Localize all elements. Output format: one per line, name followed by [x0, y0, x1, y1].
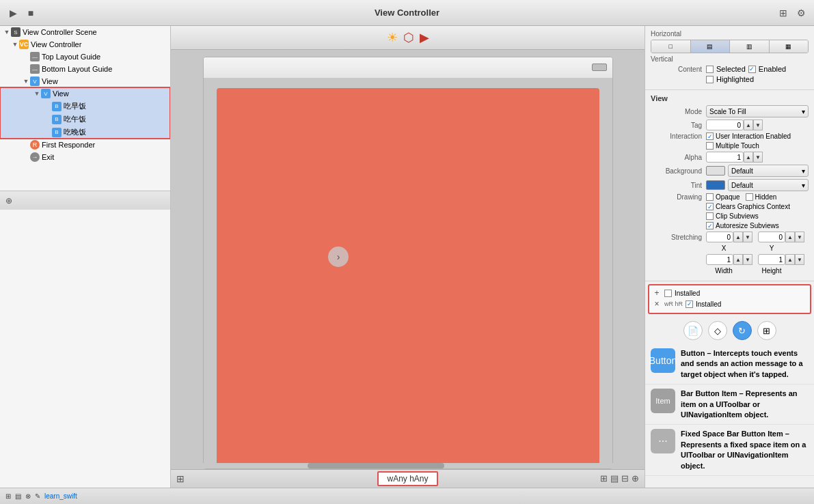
tree-item-view-root[interactable]: ▼ V View: [0, 75, 170, 87]
alpha-stepper-down[interactable]: ▼: [753, 152, 763, 163]
installed-1-label: Installed: [675, 290, 700, 297]
stretch-y-input[interactable]: [758, 232, 785, 242]
tree-item-top-layout[interactable]: — Top Layout Guide: [0, 51, 170, 63]
stretch-w-input[interactable]: [706, 254, 733, 265]
bottom-left-icons: ⊞: [176, 473, 185, 484]
seg-h-2[interactable]: ▤: [691, 40, 731, 53]
hidden-checkbox[interactable]: [746, 193, 753, 201]
stretch-x-up[interactable]: ▲: [733, 232, 743, 242]
bottom-icon-2[interactable]: ▤: [610, 473, 619, 484]
stretch-h-input[interactable]: [758, 254, 785, 265]
toolbar-icon-settings[interactable]: ⚙: [793, 5, 809, 20]
file-tree-sidebar: ▼ S View Controller Scene ▼ VC View Cont…: [0, 26, 171, 488]
lib-icon-file[interactable]: 📄: [683, 321, 703, 340]
tree-item-view-child[interactable]: ▼ V View: [0, 87, 170, 100]
tree-item-vc[interactable]: ▼ VC View Controller: [0, 38, 170, 51]
user-interaction-checkbox[interactable]: ✓: [706, 132, 714, 140]
bottom-icon-sidebar[interactable]: ⊞: [176, 473, 185, 484]
red-view[interactable]: [217, 88, 599, 469]
tree-item-first-responder[interactable]: R First Responder: [0, 139, 170, 151]
lib-item-bar-button-text: Bar Button Item – Represents an item on …: [681, 389, 809, 420]
canvas-icon-cube[interactable]: ⬡: [403, 30, 414, 45]
lib-icon-circle[interactable]: ↻: [733, 321, 752, 340]
stretch-x-down[interactable]: ▼: [743, 232, 752, 242]
bottom-icon-1[interactable]: ⊞: [600, 473, 608, 484]
stretching-wh-row: ▲ ▼ ▲ ▼: [651, 254, 809, 265]
canvas-scrollbar-h[interactable]: [171, 463, 645, 468]
library-icon-row: 📄 ◇ ↻ ⊞: [645, 317, 814, 344]
lib-item-bar-button-icon: Item: [651, 389, 675, 413]
lib-item-fixed-space[interactable]: ··· Fixed Space Bar Button Item – Repres…: [645, 425, 814, 476]
mode-dropdown[interactable]: Scale To Fill ▾: [706, 105, 809, 117]
toolbar-icon-play[interactable]: ▶: [5, 5, 21, 20]
bg-dropdown[interactable]: Default ▾: [728, 165, 809, 177]
bottom-right-icons: ⊞ ▤ ⊟ ⊕: [600, 473, 639, 484]
lib-icon-grid[interactable]: ⊞: [757, 321, 776, 340]
alpha-stepper-up[interactable]: ▲: [744, 152, 753, 163]
clip-checkbox[interactable]: [706, 212, 714, 220]
seg-h-1[interactable]: □: [651, 40, 691, 53]
tree-arrow-exit: [22, 153, 30, 161]
installed-add-button[interactable]: +: [652, 288, 662, 298]
toolbar-icon-grid[interactable]: ⊞: [776, 5, 791, 20]
bg-swatch[interactable]: [706, 166, 725, 176]
item2-icon: B: [52, 115, 62, 124]
breadcrumb-icon-4[interactable]: ✎: [35, 492, 40, 500]
bottom-icon-3[interactable]: ⊟: [621, 473, 629, 484]
autoresize-checkbox[interactable]: ✓: [706, 222, 714, 229]
background-row: Background Default ▾: [651, 165, 809, 177]
tag-stepper-down[interactable]: ▼: [753, 120, 763, 130]
stretch-w-up[interactable]: ▲: [733, 254, 743, 265]
installed-2-prefix: wR hR: [664, 300, 683, 307]
enabled-checkbox[interactable]: ✓: [748, 66, 756, 73]
stretch-h-up[interactable]: ▲: [785, 254, 795, 265]
tint-swatch[interactable]: [706, 180, 725, 190]
tree-item-bottom-layout[interactable]: — Bottom Layout Guide: [0, 63, 170, 75]
installed-remove-button[interactable]: ×: [652, 299, 662, 309]
stretch-w-down[interactable]: ▼: [743, 254, 752, 265]
lib-item-button[interactable]: Button Button – Intercepts touch events …: [645, 344, 814, 384]
stretch-x-input[interactable]: [706, 232, 733, 242]
tree-item-item2[interactable]: B 吃午饭: [0, 113, 170, 126]
tree-item-item3[interactable]: B 吃晚饭: [0, 126, 170, 139]
tree-group-selected: ▼ V View B 吃早饭 B 吃午饭 B 吃晚饭: [0, 87, 170, 139]
breadcrumb-icon-2[interactable]: ▤: [15, 492, 21, 500]
stretch-y-down[interactable]: ▼: [795, 232, 804, 242]
clears-checkbox[interactable]: ✓: [706, 203, 714, 210]
tag-stepper-up[interactable]: ▲: [744, 120, 753, 130]
opaque-checkbox[interactable]: [706, 193, 714, 201]
installed-1-checkbox[interactable]: [664, 290, 672, 297]
tree-item-item1[interactable]: B 吃早饭: [0, 100, 170, 113]
horizontal-seg-control[interactable]: □ ▤ ▥ ▦: [651, 40, 809, 53]
x-label: X: [706, 244, 742, 252]
canvas-icon-sun[interactable]: ☀: [387, 30, 398, 45]
stretching-labels-row: X Y: [651, 244, 809, 252]
sidebar-icon-left[interactable]: ⊕: [5, 196, 12, 206]
highlighted-label: Highlighted: [716, 75, 754, 83]
stretch-y-up[interactable]: ▲: [785, 232, 795, 242]
seg-h-3[interactable]: ▥: [730, 40, 770, 53]
selected-checkbox[interactable]: [706, 66, 714, 73]
bottom-icon-4[interactable]: ⊕: [632, 473, 639, 484]
canvas-icon-play[interactable]: ▶: [420, 30, 429, 45]
enabled-label: Enabled: [759, 65, 786, 73]
alpha-input[interactable]: [706, 152, 744, 163]
highlighted-checkbox[interactable]: [706, 76, 714, 83]
canvas-arrow-button[interactable]: ›: [328, 247, 349, 267]
stretch-h-down[interactable]: ▼: [795, 254, 804, 265]
seg-h-4[interactable]: ▦: [770, 40, 809, 53]
breadcrumb-icon-1[interactable]: ⊞: [5, 492, 11, 500]
lib-icon-diamond[interactable]: ◇: [708, 321, 727, 340]
installed-2-checkbox[interactable]: ✓: [686, 300, 693, 308]
toolbar-icon-stop[interactable]: ■: [23, 5, 38, 20]
tag-input[interactable]: [706, 120, 744, 130]
tree-item-vc-scene[interactable]: ▼ S View Controller Scene: [0, 26, 170, 38]
tint-dropdown[interactable]: Default ▾: [728, 179, 809, 191]
lib-item-bar-button[interactable]: Item Bar Button Item – Represents an ite…: [645, 384, 814, 425]
size-class-display[interactable]: wAny hAny: [377, 471, 437, 486]
interaction-label: Interaction: [651, 132, 702, 140]
tree-item-exit[interactable]: → Exit: [0, 151, 170, 163]
multi-touch-checkbox[interactable]: [706, 142, 714, 150]
breadcrumb-icon-3[interactable]: ⊗: [25, 492, 31, 500]
tree-arrow-vc-scene: ▼: [3, 28, 11, 36]
